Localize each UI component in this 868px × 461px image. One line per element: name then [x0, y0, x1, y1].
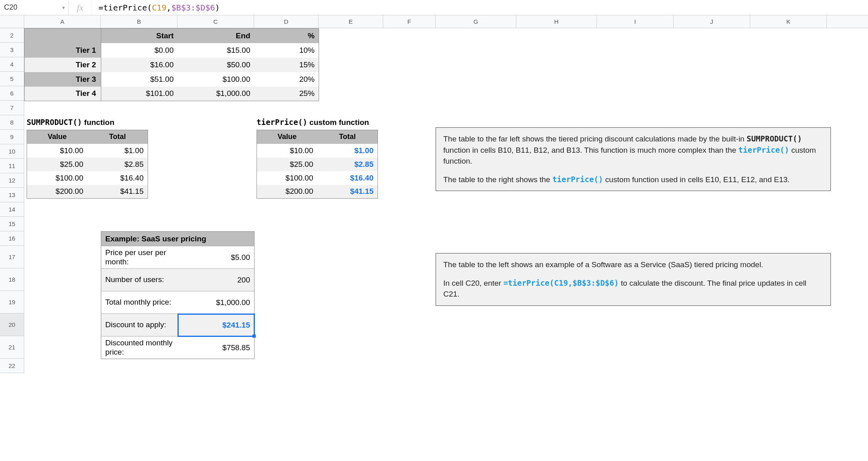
- cell[interactable]: $100.00: [178, 72, 255, 87]
- row-header-3[interactable]: 3: [0, 43, 24, 57]
- saas-val-final[interactable]: $758.85: [178, 336, 255, 359]
- cell[interactable]: $15.00: [178, 43, 255, 58]
- tier-head-end[interactable]: End: [178, 29, 255, 43]
- row-header-17[interactable]: 17: [0, 246, 24, 268]
- row-header-10[interactable]: 10: [0, 144, 24, 159]
- row-header-11[interactable]: 11: [0, 159, 24, 173]
- cell[interactable]: 15%: [255, 58, 319, 72]
- cell[interactable]: $50.00: [178, 58, 255, 72]
- name-box-dropdown-icon[interactable]: ▼: [61, 5, 66, 10]
- cell[interactable]: $100.00: [27, 171, 88, 185]
- tier-row-label[interactable]: Tier 3: [25, 72, 101, 87]
- row-header-8[interactable]: 8: [0, 115, 24, 130]
- col-header-B[interactable]: B: [101, 15, 177, 28]
- col-header-I[interactable]: I: [597, 15, 674, 28]
- row-headers: 2 3 4 5 6 7 8 9 10 11 12 13 14 15 16 17 …: [0, 28, 24, 373]
- col-header-E[interactable]: E: [319, 15, 383, 28]
- cell[interactable]: $10.00: [27, 144, 88, 158]
- col-header-K[interactable]: K: [750, 15, 827, 28]
- cell[interactable]: $16.40: [317, 171, 378, 185]
- cell[interactable]: $2.85: [88, 158, 148, 171]
- explanation-box-2: The table to the left shows an example o…: [436, 253, 831, 306]
- cell[interactable]: $16.00: [101, 58, 178, 72]
- sp-head-total[interactable]: Total: [88, 130, 148, 144]
- col-header-A[interactable]: A: [24, 15, 101, 28]
- saas-label-ppu[interactable]: Price per user per month:: [101, 246, 178, 269]
- sp-head-value[interactable]: Value: [27, 130, 88, 144]
- saas-label-disc[interactable]: Discount to apply:: [101, 314, 178, 336]
- col-header-F[interactable]: F: [383, 15, 436, 28]
- cell[interactable]: $41.15: [317, 185, 378, 199]
- cell[interactable]: $10.00: [257, 144, 317, 158]
- row-header-12[interactable]: 12: [0, 173, 24, 188]
- cell[interactable]: $25.00: [27, 158, 88, 171]
- select-all-corner[interactable]: [0, 15, 24, 28]
- row-header-14[interactable]: 14: [0, 202, 24, 217]
- saas-example-table: Example: SaaS user pricing Price per use…: [101, 231, 255, 359]
- row-header-16[interactable]: 16: [0, 231, 24, 246]
- row-header-7[interactable]: 7: [0, 101, 24, 115]
- tier-head-start[interactable]: Start: [101, 29, 178, 43]
- col-header-J[interactable]: J: [674, 15, 750, 28]
- saas-title[interactable]: Example: SaaS user pricing: [101, 232, 255, 246]
- tp-head-value[interactable]: Value: [257, 130, 317, 144]
- saas-val-users[interactable]: 200: [178, 269, 255, 291]
- cell[interactable]: $25.00: [257, 158, 317, 171]
- tier-pricing-table: Start End % Tier 1 $0.00 $15.00 10% Tier…: [24, 28, 319, 101]
- row-header-2[interactable]: 2: [0, 28, 24, 43]
- cell[interactable]: $200.00: [257, 185, 317, 199]
- cell[interactable]: $2.85: [317, 158, 378, 171]
- cell[interactable]: 10%: [255, 43, 319, 58]
- cell[interactable]: $0.00: [101, 43, 178, 58]
- col-header-D[interactable]: D: [254, 15, 319, 28]
- note2-paragraph-2: In cell C20, enter =tierPrice(C19,$B$3:$…: [443, 278, 823, 300]
- cell[interactable]: $41.15: [88, 185, 148, 199]
- col-header-H[interactable]: H: [516, 15, 597, 28]
- tp-head-total[interactable]: Total: [317, 130, 378, 144]
- spreadsheet: A B C D E F G H I J K 2 3 4 5 6 7 8 9 10…: [0, 15, 868, 373]
- cell[interactable]: $1,000.00: [178, 87, 255, 101]
- grid-area[interactable]: Start End % Tier 1 $0.00 $15.00 10% Tier…: [24, 28, 868, 373]
- row-header-9[interactable]: 9: [0, 130, 24, 144]
- tier-row-label[interactable]: Tier 4: [25, 87, 101, 101]
- cell[interactable]: $51.00: [101, 72, 178, 87]
- formula-text: =tierPrice(C19,$B$3:$D$6): [98, 3, 220, 12]
- saas-label-final[interactable]: Discounted monthly price:: [101, 336, 178, 359]
- row-header-22[interactable]: 22: [0, 359, 24, 373]
- row-header-20[interactable]: 20: [0, 314, 24, 336]
- column-headers: A B C D E F G H I J K: [0, 15, 868, 28]
- row-header-18[interactable]: 18: [0, 268, 24, 291]
- saas-label-total[interactable]: Total monthly price:: [101, 291, 178, 314]
- saas-val-ppu[interactable]: $5.00: [178, 246, 255, 269]
- name-box[interactable]: C20 ▼: [0, 0, 69, 15]
- cell[interactable]: $100.00: [257, 171, 317, 185]
- row-header-4[interactable]: 4: [0, 57, 24, 72]
- tierprice-title: tierPrice() custom function: [257, 118, 369, 127]
- row-header-21[interactable]: 21: [0, 336, 24, 359]
- cell[interactable]: $1.00: [317, 144, 378, 158]
- tier-head-pct[interactable]: %: [255, 29, 319, 43]
- row-header-15[interactable]: 15: [0, 217, 24, 231]
- row-header-19[interactable]: 19: [0, 291, 24, 314]
- saas-val-total[interactable]: $1,000.00: [178, 291, 255, 314]
- formula-input[interactable]: =tierPrice(C19,$B$3:$D$6): [92, 0, 868, 15]
- cell[interactable]: $200.00: [27, 185, 88, 199]
- col-header-C[interactable]: C: [177, 15, 254, 28]
- formula-bar: C20 ▼ fx =tierPrice(C19,$B$3:$D$6): [0, 0, 868, 15]
- cell[interactable]: $16.40: [88, 171, 148, 185]
- col-header-G[interactable]: G: [436, 15, 516, 28]
- row-header-5[interactable]: 5: [0, 72, 24, 86]
- row-header-13[interactable]: 13: [0, 188, 24, 202]
- fx-icon[interactable]: fx: [69, 0, 92, 15]
- active-cell-ref: C20: [4, 3, 17, 12]
- sumproduct-table: Value Total $10.00$1.00 $25.00$2.85 $100…: [27, 130, 148, 199]
- cell-C20-selected[interactable]: $241.15: [178, 314, 255, 336]
- tier-row-label[interactable]: Tier 2: [25, 58, 101, 72]
- tier-row-label[interactable]: Tier 1: [25, 43, 101, 58]
- cell[interactable]: 25%: [255, 87, 319, 101]
- cell[interactable]: $1.00: [88, 144, 148, 158]
- cell[interactable]: $101.00: [101, 87, 178, 101]
- cell[interactable]: 20%: [255, 72, 319, 87]
- row-header-6[interactable]: 6: [0, 86, 24, 101]
- saas-label-users[interactable]: Number of users:: [101, 269, 178, 291]
